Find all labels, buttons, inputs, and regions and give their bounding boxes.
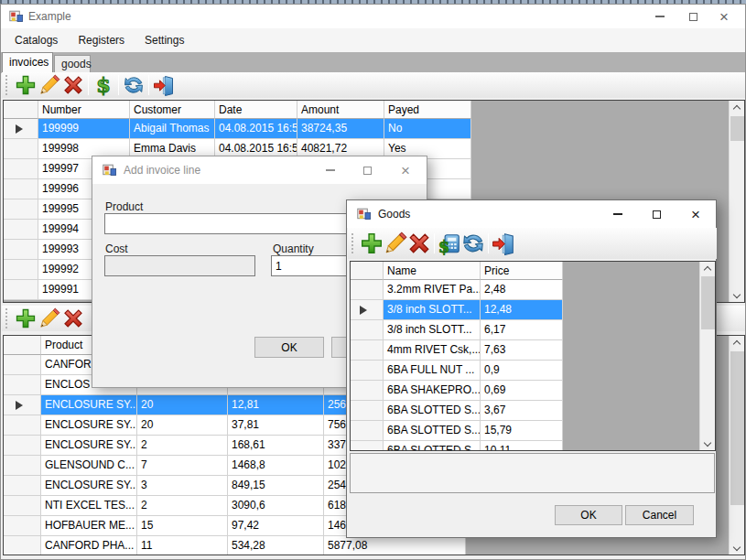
cell-cost[interactable]: 168,61 (228, 436, 324, 456)
row-selector[interactable] (4, 220, 38, 240)
scroll-up-button[interactable] (730, 101, 744, 114)
dialog-maximize-button[interactable] (351, 156, 383, 184)
goods-maximize-button[interactable] (641, 200, 672, 228)
row-selector[interactable] (351, 280, 384, 300)
maximize-button[interactable] (677, 5, 708, 28)
delete-invoice-button[interactable] (61, 73, 85, 97)
cell-cost[interactable]: 3090,6 (228, 496, 324, 516)
scroll-up-button[interactable] (700, 262, 715, 275)
cell-name[interactable]: 6BA FULL NUT ... (384, 361, 481, 381)
cell-price[interactable]: 2,48 (481, 280, 563, 300)
row-selector[interactable] (351, 421, 384, 441)
cell-price[interactable]: 12,48 (481, 300, 563, 320)
column-header-number[interactable]: Number (38, 101, 130, 119)
payment-button[interactable] (92, 73, 115, 97)
cell-product[interactable]: CANFORD PHA... (41, 536, 137, 555)
row-selector[interactable] (351, 340, 384, 361)
row-selector[interactable] (4, 536, 41, 555)
row-selector[interactable] (351, 441, 384, 451)
cell-name[interactable]: 3/8 inch SLOTT... (384, 300, 481, 320)
goods-grid-scrollbar[interactable] (699, 262, 715, 450)
table-row[interactable]: CANFORD PHA... 11 534,28 5877,08 (4, 536, 466, 555)
corner-header-cell[interactable] (351, 262, 384, 280)
scroll-down-button[interactable] (730, 541, 744, 555)
goods-titlebar[interactable]: Goods (347, 200, 716, 228)
cell-price[interactable]: 3,67 (481, 401, 563, 421)
cell-product[interactable]: ENCLOSURE SY... (41, 476, 137, 496)
cell-quantity[interactable]: 7 (137, 456, 228, 476)
cell-number[interactable]: 199999 (38, 119, 130, 139)
edit-line-button[interactable] (38, 307, 61, 330)
refresh-goods-button[interactable] (461, 232, 485, 255)
cell-product[interactable]: ENCLOSURE SY... (41, 415, 137, 436)
row-selector[interactable] (4, 240, 38, 260)
row-selector[interactable] (4, 375, 41, 395)
row-selector[interactable] (4, 395, 41, 415)
toolbar-grip[interactable] (5, 308, 10, 328)
toolbar-grip[interactable] (351, 233, 356, 253)
cell-quantity[interactable]: 20 (137, 395, 228, 415)
exit-button[interactable] (152, 73, 176, 97)
cell-quantity[interactable]: 2 (137, 496, 228, 516)
add-good-button[interactable] (360, 232, 384, 255)
row-selector[interactable] (4, 260, 38, 280)
cell-amount[interactable]: 5877,08 (324, 536, 466, 555)
cell-price[interactable]: 7,63 (481, 340, 563, 361)
scroll-thumb[interactable] (701, 276, 715, 329)
cell-product[interactable]: ENCLOSURE SY... (41, 395, 137, 415)
add-line-button[interactable] (14, 307, 38, 330)
row-selector[interactable] (351, 361, 384, 381)
column-header-name[interactable]: Name (384, 262, 481, 280)
cell-name[interactable]: 3/8 inch SLOTT... (384, 320, 481, 340)
row-selector[interactable] (4, 139, 38, 159)
cell-name[interactable]: 6BA SLOTTED S... (384, 401, 481, 421)
scroll-up-button[interactable] (730, 336, 744, 350)
dialog-close-button[interactable] (390, 156, 421, 184)
close-button[interactable] (708, 5, 740, 28)
cost-input[interactable] (104, 255, 255, 276)
table-row[interactable]: 6BA SLOTTED S... 3,67 (351, 401, 563, 421)
row-selector[interactable] (4, 280, 38, 300)
column-header-customer[interactable]: Customer (130, 101, 215, 119)
table-row[interactable]: 3/8 inch SLOTT... 12,48 (351, 300, 563, 320)
price-calculator-button[interactable] (438, 232, 461, 255)
goods-minimize-button[interactable] (602, 200, 633, 228)
toolbar-grip[interactable] (5, 75, 10, 95)
add-invoice-button[interactable] (14, 73, 38, 97)
row-selector[interactable] (4, 476, 41, 496)
cell-customer[interactable]: Abigail Thomas (130, 119, 215, 139)
scroll-down-button[interactable] (730, 288, 744, 302)
row-selector[interactable] (4, 119, 38, 139)
cell-product[interactable]: ENCLOSURE SY... (41, 436, 137, 456)
column-header-amount[interactable]: Amount (297, 101, 384, 119)
table-row[interactable]: 3/8 inch SLOTT... 6,17 (351, 320, 563, 340)
cell-name[interactable]: 4mm RIVET Csk,... (384, 340, 481, 361)
row-selector[interactable] (4, 456, 41, 476)
row-selector[interactable] (351, 401, 384, 421)
row-selector[interactable] (351, 300, 384, 320)
cell-price[interactable]: 0,9 (481, 361, 563, 381)
cell-quantity[interactable]: 15 (137, 516, 228, 536)
cell-name[interactable]: 3.2mm RIVET Pa... (384, 280, 481, 300)
table-row[interactable]: 6BA SHAKEPRO... 0,69 (351, 381, 563, 401)
table-row[interactable]: 6BA SLOTTED S... 10,11 (351, 441, 563, 451)
cell-quantity[interactable]: 3 (137, 476, 228, 496)
scroll-down-button[interactable] (700, 436, 715, 450)
dialog-ok-button[interactable]: OK (254, 337, 324, 358)
refresh-button[interactable] (122, 73, 146, 97)
cell-price[interactable]: 15,79 (481, 421, 563, 441)
corner-header-cell[interactable] (4, 336, 41, 355)
cell-cost[interactable]: 534,28 (228, 536, 324, 555)
scroll-thumb[interactable] (730, 351, 744, 505)
cell-product[interactable]: GLENSOUND C... (41, 456, 137, 476)
table-row[interactable]: 6BA FULL NUT ... 0,9 (351, 361, 563, 381)
cell-cost[interactable]: 97,42 (228, 516, 324, 536)
menu-item-settings[interactable]: Settings (135, 29, 194, 51)
cell-quantity[interactable]: 20 (137, 415, 228, 436)
row-selector[interactable] (4, 179, 38, 199)
dialog-minimize-button[interactable] (315, 156, 346, 184)
invoices-grid-scrollbar[interactable] (729, 101, 744, 302)
minimize-button[interactable] (644, 5, 676, 28)
menu-item-catalogs[interactable]: Catalogs (5, 29, 68, 51)
row-selector[interactable] (4, 516, 41, 536)
